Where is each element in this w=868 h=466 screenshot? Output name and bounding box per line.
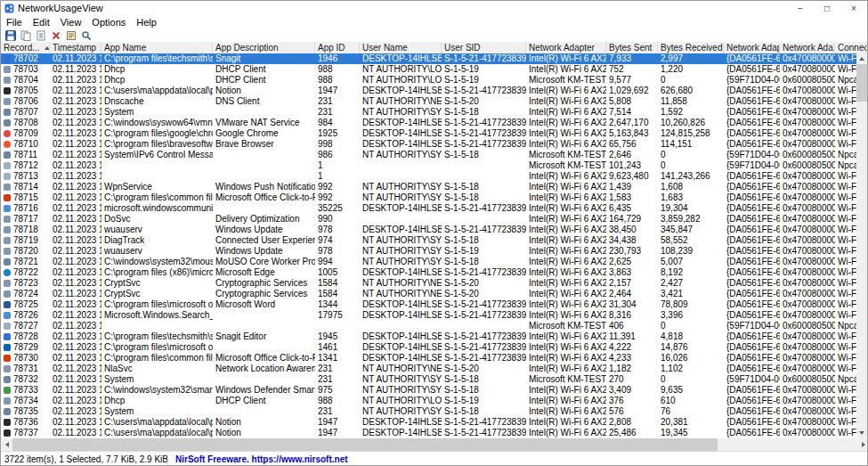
table-row[interactable]: 7873002.11.2023 11:...C:\program files\c… [1,353,858,364]
delete-icon[interactable] [50,29,62,42]
menu-item-file[interactable]: File [1,17,28,28]
column-header-7[interactable]: Network Adapter [526,42,606,53]
nirsoft-link[interactable]: NirSoft Freeware. https://www.nirsoft.ne… [175,454,348,464]
column-header-10[interactable]: Network Adapter G... [724,42,780,53]
cell-guid: {DA0561FE-638C-4... [724,139,780,150]
column-header-1[interactable]: Timestamp [50,42,101,53]
table-row[interactable]: 7873402.11.2023 11:...DhcpDHCP Client988… [1,396,858,406]
cell-desc: VMware NAT Service [213,118,315,128]
cell-id: 78716 [1,203,50,214]
cell-ts: 02.11.2023 11:... [50,235,101,246]
table-row[interactable]: 7870902.11.2023 11:...C:\program files\g… [1,128,858,139]
table-row[interactable]: 7870202.11.2023 11:...C:\program files\t… [1,53,858,64]
table-row[interactable]: 7873202.11.2023 11:...System231NT AUTHOR… [1,374,858,385]
table-row[interactable]: 7871802.11.2023 11:...wuauservWindows Up… [1,225,858,235]
horizontal-scrollbar[interactable] [1,438,868,451]
table-row[interactable]: 7870402.11.2023 11:...DhcpDHCP Client988… [1,75,858,86]
cell-recv: 14,876 [658,342,724,353]
cell-app: C:\program files\microsoft office\r... [101,299,213,310]
menu-item-options[interactable]: Options [86,17,131,28]
horizontal-scroll-thumb[interactable] [12,438,718,451]
table-row[interactable]: 7870802.11.2023 11:...C:\windows\syswow6… [1,118,858,128]
copy-icon[interactable] [20,29,32,42]
cell-appid: 978 [315,225,360,235]
scroll-up-icon[interactable] [856,53,867,64]
table-row[interactable]: 7872702.11.2023 11:...Microsoft KM-TEST … [1,321,858,331]
menu-item-view[interactable]: View [55,17,87,28]
table-row[interactable]: 7873302.11.2023 11:...C:\windows\system3… [1,385,858,396]
cell-adapter: Intel(R) Wi-Fi 6 AX201 1... [526,289,606,299]
cell-desc: Snagit [213,53,315,64]
table-row[interactable]: 7871702.11.2023 11:...DoSvcDelivery Opti… [1,214,858,225]
table-row[interactable]: 7872602.11.2023 11:...Microsoft.Windows.… [1,310,858,321]
save-icon[interactable] [4,29,17,42]
table-row[interactable]: 7872202.11.2023 11:...C:\program files (… [1,267,858,278]
table-row[interactable]: 7871402.11.2023 11:...WpnServiceWindows … [1,182,858,192]
column-header-3[interactable]: App Description [213,42,315,53]
title-bar[interactable]: NetworkUsageView − □ × [1,1,867,15]
cell-guid: {DA0561FE-638C-4... [724,428,780,438]
table-row[interactable]: 7871902.11.2023 11:...DiagTrackConnected… [1,235,858,246]
table-row[interactable]: 7871502.11.2023 11:...C:\program files\c… [1,192,858,203]
table-row[interactable]: 7873702.11.2023 11:...C:\users\ma\appdat… [1,428,858,438]
cell-id: 78732 [1,374,50,385]
table-row[interactable]: 7873102.11.2023 11:...NlaSvcNetwork Loca… [1,364,858,374]
cell-sent: 6,435 [606,203,658,214]
table-row[interactable]: 7870702.11.2023 11:...System231NT AUTHOR… [1,107,858,118]
column-header-2[interactable]: App Name [101,42,213,53]
column-header-11[interactable]: Network Ada... [780,42,835,53]
brave-icon [4,141,11,148]
column-header-0[interactable]: Record... [1,42,50,53]
scroll-left-icon[interactable] [1,438,12,451]
minimize-icon[interactable]: − [787,1,814,15]
vertical-scroll-thumb[interactable] [856,64,867,102]
table-row[interactable]: 7872502.11.2023 11:...C:\program files\m… [1,299,858,310]
vertical-scrollbar[interactable] [856,53,867,438]
column-header-12[interactable]: Connec... [835,42,867,53]
column-header-8[interactable]: Bytes Sent [606,42,658,53]
table-row[interactable]: 7872002.11.2023 11:...wuauservWindows Up… [1,246,858,257]
cell-adapter: Intel(R) Wi-Fi 6 AX201 1... [526,225,606,235]
table-row[interactable]: 7872102.11.2023 11:...C:\windows\system3… [1,257,858,267]
cell-adapter: Intel(R) Wi-Fi 6 AX201 1... [526,118,606,128]
table-row[interactable]: 7872402.11.2023 11:...CryptSvcCryptograp… [1,289,858,299]
cell-guid: {DA0561FE-638C-4... [724,96,780,107]
scroll-right-icon[interactable] [857,438,868,451]
table-row[interactable]: 7871102.11.2023 11:...System\IPv6 Contro… [1,150,858,160]
table-row[interactable]: 7872902.11.2023 11:...C:\program files\m… [1,342,858,353]
close-icon[interactable]: × [840,1,867,15]
cell-ts: 02.11.2023 11:... [50,267,101,278]
column-header-9[interactable]: Bytes Received [658,42,724,53]
table-row[interactable]: 7871602.11.2023 11:...microsoft.windowsc… [1,203,858,214]
menu-item-help[interactable]: Help [131,17,162,28]
report-icon[interactable] [35,29,47,42]
cell-adapter: Intel(R) Wi-Fi 6 AX201 1... [526,171,606,182]
table-row[interactable]: 7870502.11.2023 11:...C:\users\ma\appdat… [1,86,858,96]
cell-sent: 1,583 [606,192,658,203]
cell-ts: 02.11.2023 11:... [50,214,101,225]
cell-conn: Npcap L... [835,150,858,160]
scroll-down-icon[interactable] [856,428,867,438]
table-row[interactable]: 7870602.11.2023 11:...DnscacheDNS Client… [1,96,858,107]
table-row[interactable]: 7871202.11.2023 11:...1Microsoft KM-TEST… [1,160,858,171]
find-icon[interactable] [80,29,93,42]
table-row[interactable]: 7871002.11.2023 11:...C:\program files\b… [1,139,858,150]
table-row[interactable]: 7872802.11.2023 11:...C:\program files\t… [1,331,858,342]
column-header-5[interactable]: User Name [360,42,442,53]
table-row[interactable]: 7870302.11.2023 11:...DhcpDHCP Client988… [1,64,858,75]
column-header-6[interactable]: User SID [442,42,526,53]
properties-icon[interactable] [65,29,77,42]
menu-item-edit[interactable]: Edit [28,17,55,28]
cell-sent: 5,163,843 [606,128,658,139]
maximize-icon[interactable]: □ [814,1,840,15]
cell-adapter: Intel(R) Wi-Fi 6 AX201 1... [526,364,606,374]
table-row[interactable]: 7873602.11.2023 11:...C:\users\ma\appdat… [1,417,858,428]
cell-conn: Wi-Fi [835,364,858,374]
cell-props: 0x470080000... [780,64,835,75]
table-row[interactable]: 7873502.11.2023 11:...System231NT AUTHOR… [1,406,858,417]
cell-ts: 02.11.2023 11:... [50,278,101,289]
table-row[interactable]: 7872302.11.2023 11:...CryptSvcCryptograp… [1,278,858,289]
table-row[interactable]: 7871302.11.2023 11:...1Intel(R) Wi-Fi 6 … [1,171,858,182]
cell-conn: Wi-Fi [835,289,858,299]
column-header-4[interactable]: App ID [315,42,360,53]
